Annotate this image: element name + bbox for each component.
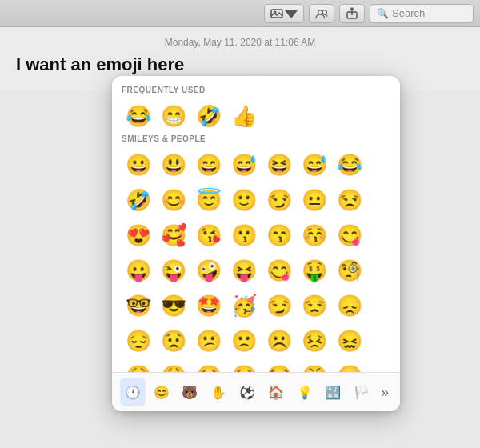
search-placeholder: Search [392,7,425,19]
emoji-cell[interactable]: 🤣 [192,99,226,133]
svg-point-3 [318,10,322,14]
date-label: Monday, May 11, 2020 at 11:06 AM [16,37,464,48]
contacts-button[interactable] [309,4,334,23]
share-button[interactable] [339,4,365,23]
emoji-cell[interactable]: 🥺 [192,359,226,372]
food-icon: ✋ [210,385,226,400]
emoji-cell[interactable]: 😅 [298,148,331,182]
contacts-icon [315,7,328,20]
emoji-cell[interactable]: 😆 [262,148,296,182]
emoji-cell[interactable]: 🤑 [298,254,331,287]
emoji-row: 🤣 😊 😇 🙂 😏 😐 😒 [122,183,390,217]
svg-marker-2 [285,10,298,18]
category-recent[interactable]: 🕐 [120,378,146,406]
emoji-cell[interactable]: 😏 [262,289,296,322]
photos-icon [270,7,283,20]
emoji-cell[interactable]: 😗 [227,218,261,252]
share-icon [346,7,358,20]
emoji-cell[interactable]: 😔 [122,324,155,358]
emoji-cell[interactable]: 😄 [192,148,226,182]
emoji-cell[interactable]: 🤣 [122,183,155,217]
message-text: I want an emoji here [16,54,464,75]
search-icon: 🔍 [377,8,389,19]
chevron-icon [285,7,298,20]
category-objects[interactable]: 💡 [292,378,318,406]
emoji-cell[interactable]: 😐 [298,183,331,217]
emoji-cell[interactable]: 😂 [122,99,155,133]
frequently-used-label: FREQUENTLY USED [122,86,390,94]
emoji-cell[interactable]: 😙 [262,218,296,252]
emoji-scroll-area[interactable]: FREQUENTLY USED 😂 😁 🤣 👍 SMILEYS & PEOPLE… [112,76,400,372]
emoji-cell[interactable]: 😛 [122,254,155,287]
emoji-cell[interactable]: 😅 [227,148,261,182]
travel-icon: 🏠 [268,385,284,400]
emoji-cell[interactable]: 😁 [157,99,190,133]
category-flags[interactable]: 🏳️ [349,378,374,406]
emoji-cell[interactable]: 😖 [333,324,366,358]
emoji-cell[interactable]: 😚 [298,218,331,252]
emoji-cell[interactable]: 😀 [122,148,155,182]
emoji-cell[interactable]: 😃 [157,148,190,182]
emoji-cell[interactable]: 😭 [262,359,296,372]
emoji-cell[interactable]: 🤪 [192,254,226,287]
emoji-row: 😔 😟 😕 🙁 ☹️ 😣 😖 [122,324,390,358]
emoji-cell[interactable]: 👍 [227,99,261,133]
emoji-cell[interactable]: 😕 [192,324,226,358]
emoji-cell[interactable]: 😞 [333,289,366,322]
emoji-cell[interactable]: 😤 [298,359,331,372]
emoji-cell[interactable]: 😋 [333,218,366,252]
flags-icon: 🏳️ [354,385,370,400]
emoji-row: 😀 😃 😄 😅 😆 😅 😂 [122,148,390,182]
category-activities[interactable]: ⚽ [234,378,260,406]
emoji-cell[interactable]: 😩 [157,359,190,372]
emoji-cell[interactable]: 😋 [262,254,296,287]
emoji-row: 😫 😩 🥺 😢 😭 😤 😠 [122,359,390,372]
emoji-cell[interactable]: 😇 [192,183,226,217]
category-symbols[interactable]: 🔣 [320,378,346,406]
activities-icon: ⚽ [239,385,255,400]
smileys-icon: 😊 [154,385,170,400]
emoji-cell[interactable]: 😘 [192,218,226,252]
recent-icon: 🕐 [125,385,141,400]
emoji-cell[interactable]: 😢 [227,359,261,372]
symbols-icon: 🔣 [325,385,341,400]
category-animals[interactable]: 🐻 [178,378,203,406]
emoji-categories: 🕐 😊 🐻 ✋ ⚽ 🏠 💡 🔣 🏳️ » [112,372,400,411]
emoji-cell[interactable]: 🤓 [122,289,155,322]
emoji-cell[interactable]: 🥳 [227,289,261,322]
category-smileys[interactable]: 😊 [149,378,174,406]
category-food[interactable]: ✋ [206,378,231,406]
more-button[interactable]: » [378,381,392,404]
emoji-cell[interactable]: 🙁 [227,324,261,358]
emoji-row: 😂 😁 🤣 👍 [122,99,390,133]
emoji-cell[interactable]: 😣 [298,324,331,358]
category-travel[interactable]: 🏠 [263,378,289,406]
emoji-cell[interactable]: 😫 [122,359,155,372]
emoji-cell[interactable]: 😎 [157,289,190,322]
emoji-cell[interactable]: 😂 [333,148,366,182]
svg-point-4 [322,10,326,14]
emoji-cell[interactable]: ☹️ [262,324,296,358]
search-box[interactable]: 🔍 Search [370,4,474,23]
emoji-row: 🤓 😎 🤩 🥳 😏 😒 😞 [122,289,390,322]
emoji-cell[interactable]: 😝 [227,254,261,287]
emoji-cell[interactable]: 🧐 [333,254,366,287]
emoji-cell[interactable]: 😜 [157,254,190,287]
photos-button[interactable] [264,4,304,23]
emoji-cell[interactable]: 😠 [333,359,366,372]
objects-icon: 💡 [297,385,313,400]
emoji-cell[interactable]: 🥰 [157,218,190,252]
emoji-row: 😍 🥰 😘 😗 😙 😚 😋 [122,218,390,252]
emoji-cell[interactable]: 😒 [298,289,331,322]
emoji-cell[interactable]: 😊 [157,183,190,217]
emoji-cell[interactable]: 🙂 [227,183,261,217]
animals-icon: 🐻 [182,385,198,400]
emoji-cell[interactable]: 😟 [157,324,190,358]
emoji-row: 😛 😜 🤪 😝 😋 🤑 🧐 [122,254,390,287]
emoji-cell[interactable]: 😏 [262,183,296,217]
smileys-label: SMILEYS & PEOPLE [122,134,390,143]
emoji-picker: FREQUENTLY USED 😂 😁 🤣 👍 SMILEYS & PEOPLE… [112,76,400,411]
emoji-cell[interactable]: 😍 [122,218,155,252]
emoji-cell[interactable]: 🤩 [192,289,226,322]
emoji-cell[interactable]: 😒 [333,183,366,217]
